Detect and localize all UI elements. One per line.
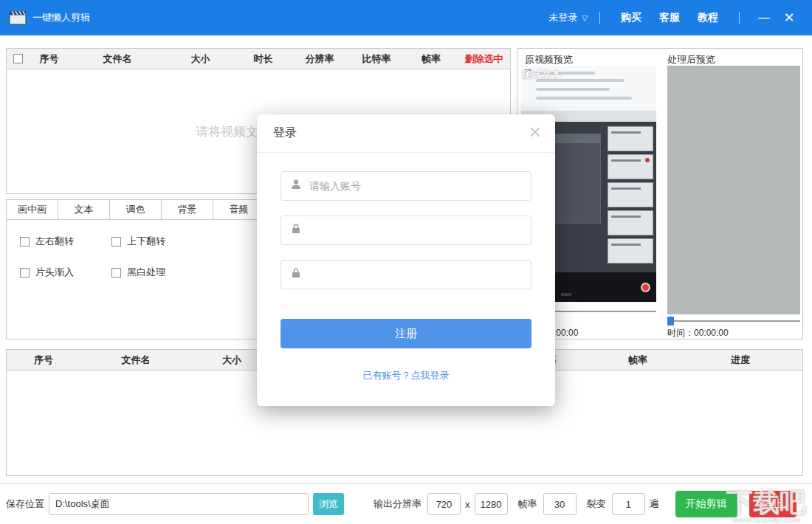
original-preview-label: 原视频预览: [525, 53, 573, 66]
fission-input[interactable]: [612, 493, 645, 515]
confirm-password-field-wrapper: [281, 260, 531, 289]
modal-header: 登录: [257, 114, 555, 153]
seekbar-track: [667, 320, 800, 322]
chevron-down-icon: ▽: [582, 14, 588, 22]
login-modal: 登录 ✕ 注册 已有账号？点我登录: [257, 114, 555, 406]
column-header-filename: 文件名: [80, 354, 191, 367]
resolution-width-input[interactable]: [427, 493, 461, 515]
fps-input[interactable]: [543, 493, 577, 515]
modal-body: 注册 已有账号？点我登录: [257, 171, 555, 382]
tab-picture-in-picture[interactable]: 画中画: [7, 200, 58, 219]
select-all-checkbox[interactable]: [13, 54, 23, 63]
fps-label: 帧率: [518, 497, 537, 511]
buy-menu-item[interactable]: 购买: [621, 11, 641, 24]
column-header-resolution: 分辨率: [291, 52, 348, 66]
column-header-size: 大小: [165, 52, 235, 66]
account-input[interactable]: [302, 180, 531, 192]
switch-to-login-link[interactable]: 已有账号？点我登录: [281, 369, 531, 382]
column-header-fps: 帧率: [597, 354, 678, 367]
user-icon: [290, 179, 302, 193]
titlebar-right: 未登录 ▽ 购买 客服 教程 — ✕: [548, 10, 802, 26]
option-label: 片头渐入: [35, 266, 74, 279]
column-header-index: 序号: [29, 52, 69, 66]
checkbox-icon[interactable]: [111, 268, 121, 277]
processed-preview-area: [667, 66, 800, 314]
start-editing-button[interactable]: 开始剪辑: [675, 491, 737, 517]
lock-icon: [290, 267, 302, 282]
password-field-wrapper: [281, 216, 531, 245]
resolution-x-separator: x: [465, 499, 470, 510]
titlebar: 一键懒人剪辑 未登录 ▽ 购买 客服 教程 — ✕: [0, 0, 812, 35]
option-intro-fade-in[interactable]: 片头渐入: [20, 266, 111, 279]
password-input[interactable]: [302, 224, 531, 236]
save-location-label: 保存位置: [6, 497, 44, 511]
preview-panel: 原视频预览 处理后预览 测试文本: [517, 48, 803, 339]
processed-time-label: 时间：00:00:00: [667, 327, 729, 339]
support-menu-item[interactable]: 客服: [659, 11, 680, 24]
column-header-progress: 进度: [678, 354, 802, 367]
file-table-header: 序号 文件名 大小 时长 分辨率 比特率 帧率 删除选中: [7, 49, 510, 69]
close-button[interactable]: ✕: [777, 10, 802, 26]
record-button-icon: [641, 283, 650, 292]
checkbox-icon[interactable]: [20, 268, 30, 277]
minimize-button[interactable]: —: [751, 11, 777, 24]
browse-button[interactable]: 浏览: [313, 493, 344, 515]
checkbox-icon[interactable]: [111, 237, 121, 247]
option-flip-vertical[interactable]: 上下翻转: [111, 235, 203, 248]
option-black-white[interactable]: 黑白处理: [111, 266, 203, 279]
tab-text[interactable]: 文本: [58, 200, 110, 219]
fission-label: 裂变: [587, 497, 606, 511]
option-label: 左右翻转: [35, 235, 74, 248]
column-header-fps: 帧率: [405, 52, 458, 66]
column-header-index: 序号: [7, 354, 80, 367]
seekbar-handle[interactable]: [667, 317, 674, 325]
save-path-input[interactable]: [49, 493, 309, 515]
output-resolution-label: 输出分辨率: [374, 497, 422, 511]
login-status-dropdown[interactable]: 未登录 ▽: [548, 11, 588, 24]
option-label: 上下翻转: [127, 235, 165, 248]
modal-close-icon[interactable]: ✕: [529, 123, 542, 142]
register-button[interactable]: 注册: [281, 319, 531, 348]
option-flip-horizontal[interactable]: 左右翻转: [20, 235, 111, 248]
tab-color[interactable]: 调色: [110, 200, 162, 219]
app-title: 一键懒人剪辑: [32, 11, 90, 24]
processed-preview-seekbar[interactable]: [667, 317, 800, 325]
delete-selected-button[interactable]: 删除选中: [458, 52, 510, 66]
tutorial-menu-item[interactable]: 教程: [698, 11, 718, 24]
app-window: 一键懒人剪辑 未登录 ▽ 购买 客服 教程 — ✕ 序号 文件名 大小 时长 分…: [0, 0, 812, 524]
titlebar-divider: [739, 12, 740, 24]
processed-preview-label: 处理后预览: [667, 53, 715, 66]
bottom-bar: 保存位置 浏览 输出分辨率 x 帧率 裂变 遍 开始剪辑 停止: [0, 483, 812, 524]
lock-icon: [290, 223, 302, 238]
modal-title: 登录: [273, 125, 297, 141]
stop-button[interactable]: 停止: [749, 491, 796, 517]
account-field-wrapper: [281, 171, 531, 201]
tab-background[interactable]: 背景: [162, 200, 213, 219]
fission-unit-label: 遍: [650, 497, 659, 511]
app-logo-icon: [9, 10, 27, 25]
video-watermark-text: 测试文本: [523, 68, 561, 81]
checkbox-icon[interactable]: [20, 237, 30, 247]
column-header-bitrate: 比特率: [348, 52, 405, 66]
column-header-duration: 时长: [235, 52, 291, 66]
titlebar-divider: [599, 12, 600, 24]
option-label: 黑白处理: [127, 266, 165, 279]
confirm-password-input[interactable]: [302, 269, 531, 280]
column-header-filename: 文件名: [69, 52, 165, 66]
login-status-label: 未登录: [548, 11, 577, 24]
resolution-height-input[interactable]: [475, 493, 508, 515]
